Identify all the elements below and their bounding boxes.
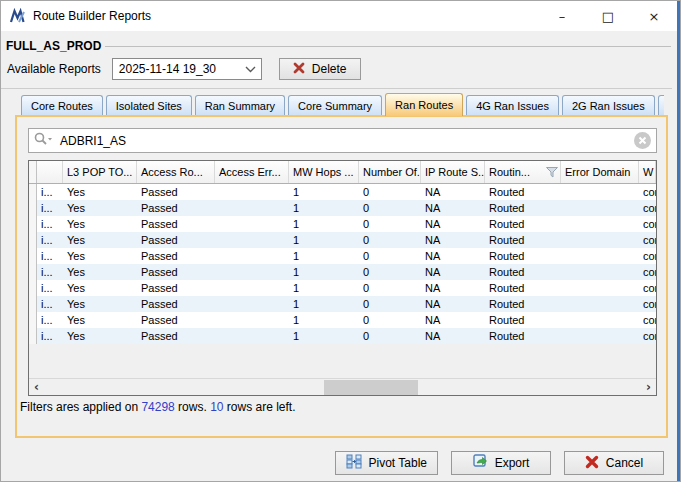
table-cell: 0 — [359, 184, 421, 200]
table-cell — [215, 264, 289, 280]
table-cell: NA — [421, 248, 485, 264]
table-cell: Yes — [63, 312, 137, 328]
close-button[interactable]: × — [631, 1, 677, 31]
table-cell: Yes — [63, 200, 137, 216]
table-cell: Routed — [485, 312, 561, 328]
table-cell: 1 — [289, 216, 359, 232]
status-suffix: rows are left. — [223, 400, 295, 414]
export-icon — [473, 454, 488, 472]
tab-ne[interactable]: Ne — [658, 95, 664, 116]
filter-icon[interactable] — [546, 167, 558, 178]
delete-report-button[interactable]: Delete — [279, 58, 361, 80]
pivot-table-button[interactable]: Pivot Table — [335, 451, 438, 475]
delete-x-icon — [293, 62, 305, 77]
tab-core-summary[interactable]: Core Summary — [288, 95, 382, 116]
table-cell: cor — [639, 280, 656, 296]
chevron-down-icon — [241, 66, 261, 73]
maximize-button[interactable]: □ — [585, 1, 631, 31]
search-icon[interactable] — [34, 132, 53, 150]
horizontal-scrollbar[interactable]: ‹ › — [29, 378, 656, 395]
table-cell — [215, 200, 289, 216]
table-cell: i... — [37, 184, 63, 200]
table-cell — [561, 312, 639, 328]
table-cell: Routed — [485, 280, 561, 296]
tab-ran-summary[interactable]: Ran Summary — [195, 95, 285, 116]
tab-ran-routes[interactable]: Ran Routes — [385, 93, 463, 116]
table-row[interactable]: i...YesPassed10NARoutedcor — [29, 216, 656, 232]
tab-2g-ran-issues[interactable]: 2G Ran Issues — [562, 95, 655, 116]
table-cell — [215, 312, 289, 328]
table-cell: Yes — [63, 216, 137, 232]
table-cell: cor — [639, 312, 656, 328]
table-cell: Yes — [63, 232, 137, 248]
table-row[interactable]: i...YesPassed10NARoutedcor — [29, 248, 656, 264]
column-mw-hops[interactable]: MW Hops ... — [289, 161, 359, 183]
table-cell — [215, 296, 289, 312]
status-rows-left: 10 — [210, 400, 223, 414]
window-title: Route Builder Reports — [33, 9, 151, 23]
tab-core-routes[interactable]: Core Routes — [21, 95, 103, 116]
app-logo-icon — [9, 8, 26, 25]
table-cell: 0 — [359, 216, 421, 232]
grid-search-box[interactable]: ADBRI1_AS — [28, 128, 657, 153]
column-header-label: L3 POP TO... — [67, 166, 132, 178]
table-cell: cor — [639, 232, 656, 248]
tab-4g-ran-issues[interactable]: 4G Ran Issues — [466, 95, 559, 116]
scroll-right-icon[interactable]: › — [646, 381, 651, 393]
table-cell: Yes — [63, 184, 137, 200]
scroll-left-icon[interactable]: ‹ — [34, 381, 39, 393]
column-header-label: Number Of... — [363, 166, 421, 178]
column-access-ro[interactable]: Access Ro... — [137, 161, 215, 183]
column-w[interactable]: W — [639, 161, 656, 183]
table-row[interactable]: i...YesPassed10NARoutedcor — [29, 328, 656, 344]
row-indicator-cell — [29, 184, 37, 200]
table-row[interactable]: i...YesPassed10NARoutedcor — [29, 232, 656, 248]
table-cell: NA — [421, 328, 485, 344]
table-row[interactable]: i...YesPassed10NARoutedcor — [29, 264, 656, 280]
table-cell — [561, 232, 639, 248]
table-cell: cor — [639, 248, 656, 264]
status-total-rows: 74298 — [141, 400, 174, 414]
table-cell: Routed — [485, 200, 561, 216]
scrollbar-thumb[interactable] — [324, 380, 418, 395]
table-cell — [561, 248, 639, 264]
table-cell: 0 — [359, 264, 421, 280]
available-reports-select[interactable]: 2025-11-14 19_30 — [112, 58, 262, 80]
cancel-button[interactable]: Cancel — [564, 451, 664, 475]
table-cell: NA — [421, 296, 485, 312]
column-ip-route-s[interactable]: IP Route S... — [421, 161, 485, 183]
table-cell: 1 — [289, 280, 359, 296]
table-cell: i... — [37, 248, 63, 264]
table-cell: NA — [421, 232, 485, 248]
table-cell: i... — [37, 280, 63, 296]
grid-rows: i...YesPassed10NARoutedcori...YesPassed1… — [29, 184, 656, 344]
available-reports-row: Available Reports 2025-11-14 19_30 Delet… — [7, 57, 361, 81]
table-cell: Passed — [137, 216, 215, 232]
column-routin[interactable]: Routin... — [485, 161, 561, 183]
column-error-domain[interactable]: Error Domain — [561, 161, 639, 183]
column-number-of[interactable]: Number Of... — [359, 161, 421, 183]
table-cell: cor — [639, 200, 656, 216]
table-row[interactable]: i...YesPassed10NARoutedcor — [29, 296, 656, 312]
table-cell — [215, 216, 289, 232]
table-row[interactable]: i...YesPassed10NARoutedcor — [29, 312, 656, 328]
minimize-button[interactable]: – — [539, 1, 585, 31]
column-l3-pop-to[interactable]: L3 POP TO... — [63, 161, 137, 183]
column-access-err[interactable]: Access Err... — [215, 161, 289, 183]
row-indicator-cell — [29, 264, 37, 280]
row-indicator-cell — [29, 328, 37, 344]
clear-search-icon[interactable] — [634, 132, 651, 149]
cancel-x-icon — [585, 455, 599, 472]
pivot-table-icon — [346, 454, 362, 472]
table-cell: i... — [37, 200, 63, 216]
background-window-edge — [677, 1, 680, 481]
export-button[interactable]: Export — [451, 451, 551, 475]
tab-isolated-sites[interactable]: Isolated Sites — [106, 95, 192, 116]
table-cell: NA — [421, 184, 485, 200]
table-row[interactable]: i...YesPassed10NARoutedcor — [29, 184, 656, 200]
table-cell: 0 — [359, 296, 421, 312]
search-input[interactable]: ADBRI1_AS — [60, 134, 126, 148]
table-row[interactable]: i...YesPassed10NARoutedcor — [29, 280, 656, 296]
table-cell: i... — [37, 264, 63, 280]
table-row[interactable]: i...YesPassed10NARoutedcor — [29, 200, 656, 216]
